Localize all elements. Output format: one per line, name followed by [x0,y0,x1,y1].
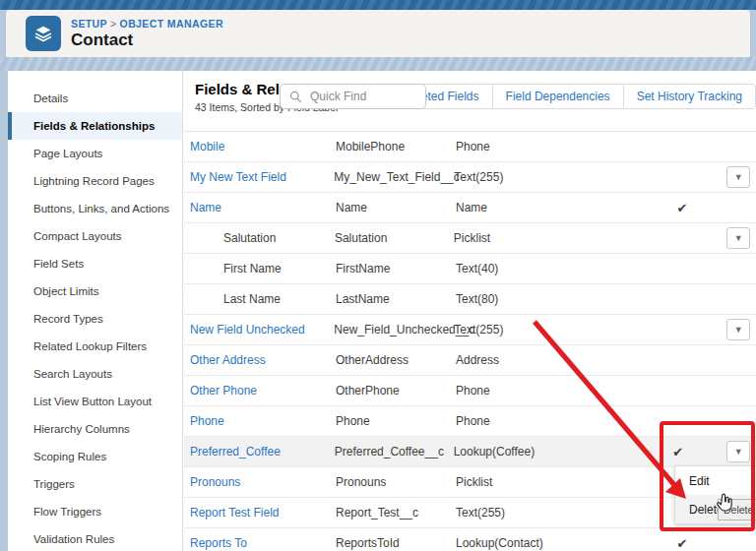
breadcrumb-setup[interactable]: SETUP [71,18,107,30]
checkmark-icon: ✔ [633,201,731,215]
table-row-name: NameNameName✔ [184,193,756,223]
main-panel: Fields & Relationships 43 Items, Sorted … [184,71,756,551]
field-label-link-other-phone[interactable]: Other Phone [190,384,336,398]
quick-find-input[interactable] [308,89,410,104]
sidebar-item-hierarchy-columns[interactable]: Hierarchy Columns [8,415,182,443]
field-api-name: ReportsToId [336,536,456,550]
fields-table: MobileMobilePhonePhoneMy New Text FieldM… [184,131,756,551]
table-row-report-test-field: Report Test FieldReport_Test__cText(255) [184,498,756,528]
chevron-down-icon: ▼ [734,325,743,335]
table-row-last-name: Last NameLastNameText(80) [184,284,756,315]
table-row-new-field-unchecked: New Field UncheckedNew_Field_Unchecked__… [184,315,756,345]
table-row-other-phone: Other PhoneOtherPhonePhone [184,376,756,406]
sidebar-item-scoping-rules[interactable]: Scoping Rules [8,443,182,470]
checkmark-icon: ✔ [629,445,726,459]
sidebar-item-lightning-record-pages[interactable]: Lightning Record Pages [8,167,182,195]
sidebar-item-object-limits[interactable]: Object Limits [8,277,182,305]
sidebar-item-field-sets[interactable]: Field Sets [8,250,182,277]
field-label-link-new-field-unchecked[interactable]: New Field Unchecked [190,323,334,337]
field-label-salutation: Salutation [190,231,335,245]
field-data-type: Lookup(Contact) [456,536,633,550]
field-api-name: Name [336,201,456,214]
field-api-name: LastName [336,292,456,306]
field-api-name: FirstName [336,262,456,276]
field-data-type: Text(40) [456,262,633,276]
field-api-name: Phone [336,414,456,428]
sidebar-item-fields-relationships[interactable]: Fields & Relationships [8,112,182,140]
object-layers-icon [26,16,61,51]
table-row-reports-to: Reports ToReportsToIdLookup(Contact)✔ [184,528,756,551]
field-data-type: Text(80) [456,292,633,306]
field-data-type: Text(255) [454,323,629,337]
table-row-mobile: MobileMobilePhonePhone [184,132,756,162]
field-label-link-reports-to[interactable]: Reports To [190,536,336,550]
field-label-link-phone[interactable]: Phone [190,414,336,428]
sidebar-item-validation-rules[interactable]: Validation Rules [8,525,182,551]
table-row-other-address: Other AddressOtherAddressAddress [184,345,756,376]
field-dependencies-button[interactable]: Field Dependencies [492,84,624,109]
sidebar-item-record-types[interactable]: Record Types [8,305,182,333]
field-label-link-my-new-text-field[interactable]: My New Text Field [190,170,334,184]
sidebar-item-list-view-button-layout[interactable]: List View Button Layout [8,388,182,415]
field-data-type: Phone [456,414,633,428]
field-label-link-mobile[interactable]: Mobile [190,140,336,153]
field-api-name: Pronouns [336,475,456,489]
field-label-link-name[interactable]: Name [190,201,336,214]
sidebar-item-triggers[interactable]: Triggers [8,470,182,498]
app-window: SETUP>OBJECT MANAGER Contact DetailsFiel… [0,0,756,551]
quick-find-box [280,84,426,109]
row-actions-dropdown-button[interactable]: ▼ [726,166,750,188]
setup-header: SETUP>OBJECT MANAGER Contact [6,10,750,57]
field-data-type: Lookup(Coffee) [454,445,629,459]
list-header: Fields & Relationships 43 Items, Sorted … [184,71,756,131]
field-label-link-pronouns[interactable]: Pronouns [190,475,336,489]
sidebar-item-compact-layouts[interactable]: Compact Layouts [8,222,182,250]
sidebar-item-details[interactable]: Details [8,85,182,112]
table-row-pronouns: PronounsPronounsPicklist [184,467,756,498]
field-label-last-name: Last Name [190,292,336,306]
field-data-type: Picklist [454,231,629,245]
chevron-down-icon: ▼ [734,233,743,243]
global-header-strip [0,0,756,10]
mouse-cursor-pointer-icon [715,491,736,516]
field-api-name: Salutation [335,231,454,245]
checkmark-icon: ✔ [633,536,731,551]
breadcrumb-separator: > [110,18,117,30]
table-row-phone: PhonePhonePhone [184,406,756,437]
table-row-first-name: First NameFirstNameText(40) [184,254,756,284]
row-actions-dropdown-button[interactable]: ▼ [726,319,750,340]
search-icon [289,91,302,103]
field-label-link-preferred-coffee[interactable]: Preferred_Coffee [190,445,335,459]
field-data-type: Text(255) [454,170,629,184]
field-api-name: New_Field_Unchecked__c [334,323,454,337]
row-actions-dropdown-button[interactable]: ▼ [726,227,750,249]
chevron-down-icon: ▼ [734,447,743,457]
field-data-type: Address [456,353,633,367]
field-label-link-other-address[interactable]: Other Address [190,353,336,367]
breadcrumb: SETUP>OBJECT MANAGER [71,18,223,30]
set-history-tracking-button[interactable]: Set History Tracking [623,84,756,109]
chevron-down-icon: ▼ [734,172,743,182]
field-api-name: OtherPhone [336,384,456,398]
sidebar-item-search-layouts[interactable]: Search Layouts [8,360,182,388]
page-title: Contact [71,31,133,50]
sidebar-item-buttons-links-and-actions[interactable]: Buttons, Links, and Actions [8,195,182,222]
field-data-type: Phone [456,384,633,398]
field-label-link-report-test-field[interactable]: Report Test Field [190,506,336,520]
sidebar-item-related-lookup-filters[interactable]: Related Lookup Filters [8,333,182,360]
table-row-preferred-coffee: Preferred_CoffeePreferred_Coffee__cLooku… [184,437,756,467]
field-api-name: MobilePhone [336,140,456,153]
header-divider-band [0,57,756,71]
breadcrumb-object-manager[interactable]: OBJECT MANAGER [120,18,223,30]
field-data-type: Phone [456,140,633,153]
field-api-name: My_New_Text_Field__c [334,170,454,184]
field-data-type: Picklist [456,475,633,489]
sidebar-item-page-layouts[interactable]: Page Layouts [8,140,182,167]
field-data-type: Name [456,201,633,214]
field-data-type: Text(255) [456,506,633,520]
row-actions-dropdown-button[interactable]: ▼ [726,441,750,462]
field-api-name: Preferred_Coffee__c [335,445,454,459]
table-row-my-new-text-field: My New Text FieldMy_New_Text_Field__cTex… [184,162,756,193]
object-manager-sidebar: DetailsFields & RelationshipsPage Layout… [8,71,183,551]
sidebar-item-flow-triggers[interactable]: Flow Triggers [8,498,182,525]
